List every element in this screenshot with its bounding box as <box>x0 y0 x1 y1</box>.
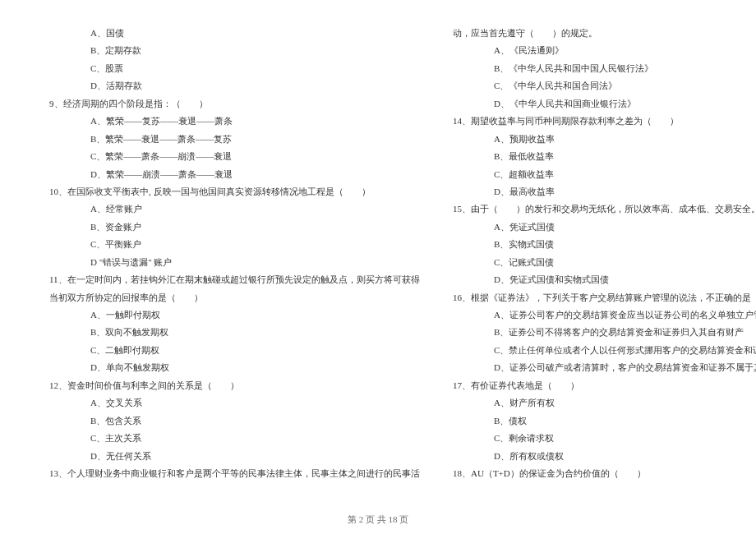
option-line: D、繁荣——崩溃——萧条——衰退 <box>41 166 420 183</box>
question-line: 14、期望收益率与同币种同期限存款利率之差为（ ） <box>445 113 756 130</box>
option-line: D、最高收益率 <box>445 183 756 200</box>
question-line: 11、在一定时间内，若挂钩外汇在期末触碰或超过银行所预先设定的触及点，则买方将可… <box>41 271 420 288</box>
question-line: 12、资金时间价值与利率之间的关系是（ ） <box>41 377 420 394</box>
option-line: B、证券公司不得将客户的交易结算资金和证券归入其自有财产 <box>445 324 756 341</box>
option-line: A、财产所有权 <box>445 394 756 412</box>
option-line: C、记账式国债 <box>445 254 756 271</box>
option-line: A、国债 <box>41 25 420 42</box>
option-line: C、超额收益率 <box>445 166 756 183</box>
option-line: A、交叉关系 <box>41 394 420 412</box>
option-line: C、主次关系 <box>41 430 420 447</box>
option-line: C、平衡账户 <box>41 236 420 253</box>
option-line: D "错误与遗漏" 账户 <box>41 254 420 271</box>
option-line: B、债权 <box>445 412 756 430</box>
question-line: 17、有价证券代表地是（ ） <box>445 377 756 394</box>
option-line: B、资金账户 <box>41 219 420 236</box>
option-line: D、单向不触发期权 <box>41 359 420 376</box>
left-column: A、国债B、定期存款C、股票D、活期存款9、经济周期的四个阶段是指：（ ）A、繁… <box>41 25 420 509</box>
option-line: C、剩余请求权 <box>445 430 756 447</box>
option-line: D、无任何关系 <box>41 448 420 465</box>
right-column: 动，应当首先遵守（ ）的规定。A、《民法通则》B、《中华人民共和国中国人民银行法… <box>445 25 756 509</box>
option-line: A、证券公司客户的交易结算资金应当以证券公司的名义单独立户管理 <box>445 306 756 324</box>
option-line: B、最低收益率 <box>445 148 756 165</box>
question-line: 13、个人理财业务中商业银行和客户是两个平等的民事法律主体，民事主体之间进行的民… <box>41 465 420 482</box>
continuation-line: 当初双方所协定的回报率的是（ ） <box>41 289 420 306</box>
two-column-layout: A、国债B、定期存款C、股票D、活期存款9、经济周期的四个阶段是指：（ ）A、繁… <box>41 25 715 509</box>
option-line: A、凭证式国债 <box>445 219 756 236</box>
option-line: A、《民法通则》 <box>445 42 756 59</box>
question-line: 15、由于（ ）的发行和交易均无纸化，所以效率高、成本低、交易安全。 <box>445 200 756 218</box>
question-line: 16、根据《证券法》，下列关于客户交易结算账户管理的说法，不正确的是（ ） <box>445 289 756 306</box>
continuation-line: 动，应当首先遵守（ ）的规定。 <box>445 25 756 42</box>
option-line: D、凭证式国债和实物式国债 <box>445 271 756 288</box>
option-line: B、包含关系 <box>41 412 420 430</box>
option-line: C、繁荣——萧条——崩溃——衰退 <box>41 148 420 165</box>
option-line: B、定期存款 <box>41 42 420 59</box>
option-line: B、双向不触发期权 <box>41 324 420 341</box>
option-line: D、《中华人民共和国商业银行法》 <box>445 95 756 113</box>
option-line: C、《中华人民共和国合同法》 <box>445 77 756 94</box>
option-line: A、一触即付期权 <box>41 306 420 324</box>
option-line: A、预期收益率 <box>445 131 756 148</box>
question-line: 18、AU（T+D）的保证金为合约价值的（ ） <box>445 465 756 482</box>
option-line: C、二触即付期权 <box>41 342 420 359</box>
option-line: A、繁荣——复苏——衰退——萧条 <box>41 113 420 130</box>
question-line: 10、在国际收支平衡表中, 反映一国与他国间真实资源转移情况地工程是（ ） <box>41 183 420 200</box>
option-line: A、经常账户 <box>41 200 420 218</box>
option-line: D、活期存款 <box>41 77 420 94</box>
option-line: B、《中华人民共和国中国人民银行法》 <box>445 60 756 77</box>
option-line: C、禁止任何单位或者个人以任何形式挪用客户的交易结算资金和证券 <box>445 342 756 359</box>
option-line: D、所有权或债权 <box>445 448 756 465</box>
option-line: D、证券公司破产或者清算时，客户的交易结算资金和证券不属于其破产财产或者清算财产 <box>445 359 756 376</box>
question-line: 9、经济周期的四个阶段是指：（ ） <box>41 95 420 113</box>
option-line: C、股票 <box>41 60 420 77</box>
option-line: B、实物式国债 <box>445 236 756 253</box>
option-line: B、繁荣——衰退——萧条——复苏 <box>41 131 420 148</box>
page-footer: 第 2 页 共 18 页 <box>0 513 756 526</box>
